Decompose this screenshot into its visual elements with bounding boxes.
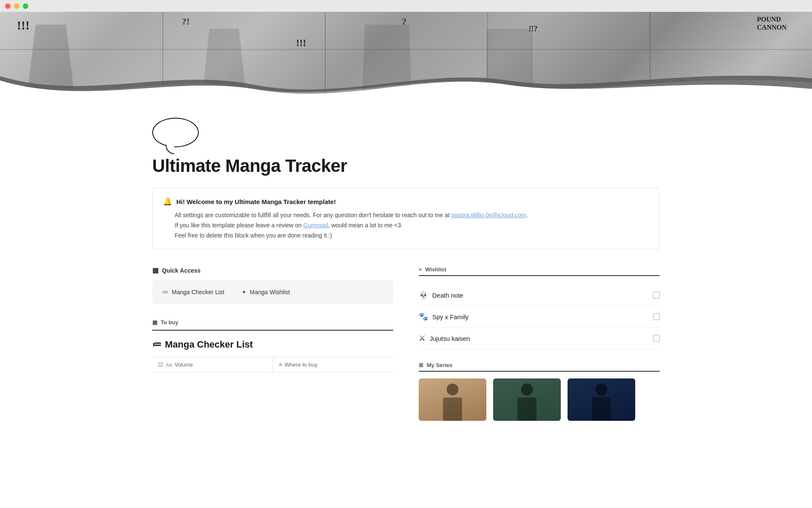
bell-icon: 🔔 [163, 197, 172, 206]
tobuy-icon: ▦ [152, 319, 157, 326]
callout-box: 🔔 Hi! Welcome to my Ultimate Manga Track… [152, 188, 660, 249]
gumroad-link[interactable]: Gumroad [303, 222, 328, 229]
wishlist-header: ≡ Wishlist [419, 266, 660, 276]
series-cards [419, 378, 660, 421]
volume-checkbox-icon: ☑ [158, 362, 163, 368]
volume-aa-prefix: Aa [166, 362, 172, 368]
volume-label: Volume [175, 362, 193, 368]
manga-checker-label: Manga Checker List [172, 289, 225, 295]
manga-wishlist-label: Manga Wishlist [250, 289, 290, 295]
callout-line-1: All settings are customizable to fullfil… [175, 210, 649, 221]
char-body-3 [592, 398, 611, 421]
tobuy-label: To buy [161, 319, 178, 326]
quick-access-icon: ▦ [152, 266, 159, 274]
death-note-checkbox[interactable] [653, 292, 660, 298]
quick-access-manga-checker[interactable]: ≔ Manga Checker List [162, 289, 225, 295]
death-note-emoji: 💀 [419, 290, 428, 300]
jujutsu-checkbox[interactable] [653, 335, 660, 342]
my-series-icon: ⊞ [419, 362, 423, 368]
char-body-1 [443, 398, 462, 421]
series-card-3[interactable] [568, 378, 635, 421]
death-note-label: Death note [432, 292, 463, 299]
page-title: Ultimate Manga Tracker [152, 156, 660, 176]
tobuy-section: ▦ To buy [152, 319, 393, 331]
page-icon-area [152, 118, 660, 147]
where-to-buy-icon: ≡ [279, 362, 283, 368]
titlebar [0, 0, 812, 12]
wishlist-icon: ≡ [419, 266, 422, 273]
wishlist-label: Wishlist [425, 266, 447, 273]
callout-header: 🔔 Hi! Welcome to my Ultimate Manga Track… [163, 197, 649, 206]
wishlist-item-spy-family[interactable]: 🐾 Spy x Family [419, 306, 660, 328]
speech-bubble-icon [152, 118, 199, 147]
main-content: Ultimate Manga Tracker 🔔 Hi! Welcome to … [110, 118, 702, 455]
char-head-3 [595, 384, 607, 395]
manga-checker-icon: ≔ [162, 289, 168, 295]
tobuy-header: ▦ To buy [152, 319, 393, 326]
mlist-icon: ≔ [152, 339, 162, 350]
volume-column: ☑ Aa Volume [152, 357, 273, 372]
right-column: ≡ Wishlist 💀 Death note 🐾 Spy x Family [419, 266, 660, 421]
two-col-layout: ▦ Quick Access ≔ Manga Checker List ✦ Ma… [152, 266, 660, 421]
series-card-2[interactable] [493, 378, 561, 421]
wishlist-item-jujutsu[interactable]: ⚔ Jujutsu kaisen [419, 328, 660, 349]
my-series-header: ⊞ My Series [419, 362, 660, 372]
char-body-2 [518, 398, 537, 421]
wave-overlay [0, 72, 812, 105]
spy-family-label: Spy x Family [432, 313, 469, 320]
my-series-label: My Series [427, 362, 453, 368]
spy-family-emoji: 🐾 [419, 312, 428, 321]
left-column: ▦ Quick Access ≔ Manga Checker List ✦ Ma… [152, 266, 393, 373]
manga-checker-list-title: ≔ Manga Checker List [152, 339, 393, 350]
jujutsu-label: Jujutsu kaisen [430, 335, 470, 342]
jujutsu-emoji: ⚔ [419, 334, 425, 343]
char-head-1 [447, 384, 458, 395]
minimize-button[interactable] [14, 3, 19, 9]
quick-access-label: Quick Access [162, 267, 200, 274]
char-head-2 [521, 384, 533, 395]
banner: !!! ?! !!! ? !!? POUNDCANNON [0, 12, 812, 105]
callout-line-2: If you like this template please leave a… [175, 221, 649, 231]
callout-body: All settings are customizable to fullfil… [163, 210, 649, 240]
manga-list-columns: ☑ Aa Volume ≡ Where to buy [152, 357, 393, 373]
where-to-buy-column: ≡ Where to buy [273, 357, 394, 372]
quick-access-manga-wishlist[interactable]: ✦ Manga Wishlist [241, 289, 290, 295]
quick-access-box: ≔ Manga Checker List ✦ Manga Wishlist [152, 280, 393, 304]
wishlist-item-death-note[interactable]: 💀 Death note [419, 284, 660, 306]
manga-wishlist-icon: ✦ [241, 289, 247, 295]
callout-title: Hi! Welcome to my Ultimate Manga Tracker… [176, 198, 336, 205]
quick-access-header: ▦ Quick Access [152, 266, 393, 274]
maximize-button[interactable] [23, 3, 28, 9]
callout-line-3: Feel free to delete this block when you … [175, 231, 649, 241]
close-button[interactable] [5, 3, 11, 9]
spy-family-checkbox[interactable] [653, 313, 660, 320]
email-link[interactable]: piastra.idillio.0s@icloud.com [451, 212, 526, 218]
where-to-buy-label: Where to buy [285, 362, 317, 368]
series-card-1[interactable] [419, 378, 486, 421]
